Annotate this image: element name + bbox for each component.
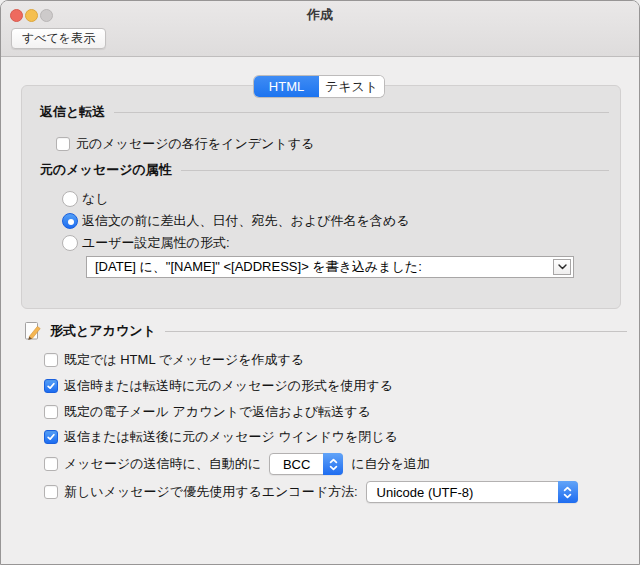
combobox-dropdown-button[interactable] <box>553 259 571 275</box>
attribution-none-row: なし <box>62 190 109 208</box>
use-original-format-checkbox[interactable] <box>44 379 58 393</box>
attribution-include-row: 返信文の前に差出人、日付、宛先、および件名を含める <box>62 212 409 230</box>
use-original-format-label: 返信時または転送時に元のメッセージの形式を使用する <box>64 377 393 395</box>
window-title: 作成 <box>1 1 639 27</box>
compose-pencil-icon <box>23 321 43 342</box>
use-original-format-row: 返信時または転送時に元のメッセージの形式を使用する <box>44 377 393 395</box>
encoding-checkbox[interactable] <box>44 485 58 499</box>
section-format-accounts-header: 形式とアカウント <box>23 320 627 342</box>
html-default-checkbox[interactable] <box>44 353 58 367</box>
indent-checkbox[interactable] <box>56 137 70 151</box>
attribution-include-label: 返信文の前に差出人、日付、宛先、および件名を含める <box>82 212 409 230</box>
indent-checkbox-row: 元のメッセージの各行をインデントする <box>56 135 314 153</box>
section-divider <box>181 170 609 171</box>
attribution-none-label: なし <box>82 190 109 208</box>
checkmark-icon <box>46 381 56 391</box>
tab-html[interactable]: HTML <box>254 76 319 97</box>
zoom-button-disabled <box>40 9 53 22</box>
checkmark-icon <box>46 432 56 442</box>
encoding-label: 新しいメッセージで優先使用するエンコード方法: <box>64 483 358 501</box>
tab-text[interactable]: テキスト <box>319 76 384 97</box>
compose-preferences-window: 作成 すべてを表示 HTML テキスト 返信と転送 元のメッセージの各行をインデ… <box>0 0 640 565</box>
html-default-row: 既定では HTML でメッセージを作成する <box>44 351 304 369</box>
minimize-button[interactable] <box>25 9 38 22</box>
popup-stepper-icon <box>323 453 343 475</box>
section-title-original-attrs: 元のメッセージの属性 <box>40 161 172 179</box>
indent-checkbox-label: 元のメッセージの各行をインデントする <box>76 135 314 153</box>
encoding-row: 新しいメッセージで優先使用するエンコード方法: Unicode (UTF-8) <box>44 481 586 503</box>
content-area: HTML テキスト 返信と転送 元のメッセージの各行をインデントする 元のメッセ… <box>1 57 639 564</box>
attribution-custom-radio[interactable] <box>62 235 78 251</box>
format-segmented-control: HTML テキスト <box>254 76 384 97</box>
bcc-popup-value: BCC <box>270 457 323 472</box>
auto-bcc-label-before: メッセージの送信時に、自動的に <box>64 455 261 473</box>
popup-stepper-icon <box>558 481 578 503</box>
section-reply-forward-header: 返信と転送 <box>40 104 609 120</box>
default-account-label: 既定の電子メール アカウントで返信および転送する <box>64 403 371 421</box>
custom-format-combobox[interactable]: [DATE] に、"[NAME]" <[ADDRESS]> を書き込みました: <box>86 256 574 278</box>
close-window-checkbox[interactable] <box>44 430 58 444</box>
attribution-include-radio[interactable] <box>62 213 78 229</box>
show-all-button[interactable]: すべてを表示 <box>11 28 106 49</box>
close-window-row: 返信または転送後に元のメッセージ ウインドウを閉じる <box>44 428 398 446</box>
chevron-down-icon <box>558 264 567 270</box>
section-title-format-accounts: 形式とアカウント <box>50 322 156 340</box>
html-default-label: 既定では HTML でメッセージを作成する <box>64 351 304 369</box>
auto-bcc-label-after: に自分を追加 <box>351 455 430 473</box>
attribution-custom-row: ユーザー設定属性の形式: <box>62 234 230 252</box>
bcc-field-popup[interactable]: BCC <box>269 453 343 475</box>
attribution-custom-label: ユーザー設定属性の形式: <box>82 234 230 252</box>
section-divider <box>114 112 609 113</box>
section-divider <box>165 331 627 332</box>
reply-settings-groupbox: 返信と転送 元のメッセージの各行をインデントする 元のメッセージの属性 なし 返… <box>21 85 621 309</box>
traffic-lights <box>10 9 53 22</box>
close-button[interactable] <box>10 9 23 22</box>
custom-format-value: [DATE] に、"[NAME]" <[ADDRESS]> を書き込みました: <box>87 257 573 277</box>
auto-bcc-row: メッセージの送信時に、自動的に BCC に自分を追加 <box>44 453 430 475</box>
encoding-popup-value: Unicode (UTF-8) <box>367 485 558 500</box>
section-original-attrs-header: 元のメッセージの属性 <box>40 162 609 178</box>
titlebar: 作成 すべてを表示 <box>1 1 639 57</box>
encoding-popup[interactable]: Unicode (UTF-8) <box>366 481 578 503</box>
close-window-label: 返信または転送後に元のメッセージ ウインドウを閉じる <box>64 428 398 446</box>
attribution-none-radio[interactable] <box>62 191 78 207</box>
section-title-reply-forward: 返信と転送 <box>40 103 105 121</box>
default-account-row: 既定の電子メール アカウントで返信および転送する <box>44 403 371 421</box>
default-account-checkbox[interactable] <box>44 405 58 419</box>
auto-bcc-checkbox[interactable] <box>44 457 58 471</box>
